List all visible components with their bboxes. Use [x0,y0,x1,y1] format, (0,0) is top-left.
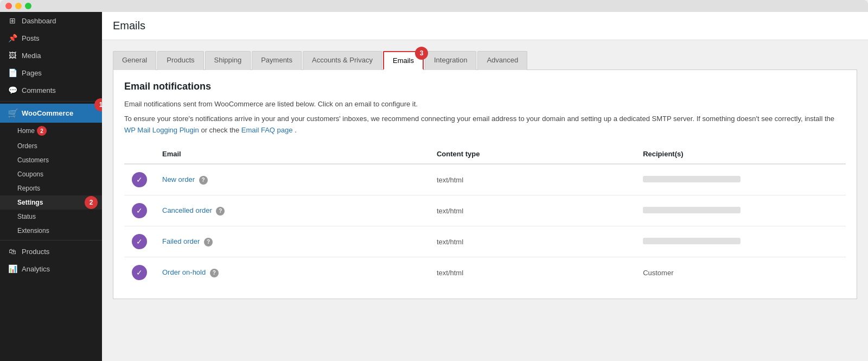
active-indicator [0,104,2,123]
sidebar-label-comments: Comments [22,86,56,94]
sidebar-label-analytics: Analytics [22,265,50,273]
enabled-check-order-onhold: ✓ [132,265,147,280]
submenu-item-customers[interactable]: Customers [0,153,102,167]
row-content-type-cancelled-order: text/html [429,195,635,226]
sidebar-label-dashboard: Dashboard [22,17,56,25]
tab-shipping[interactable]: Shipping [205,51,251,70]
email-table: Email Content type Recipient(s) ✓ [124,144,846,288]
media-icon: 🖼 [8,51,17,60]
tab-advanced[interactable]: Advanced [477,51,527,70]
tab-products-label: Products [167,56,194,64]
content-box: Email notifications Email notifications … [113,69,857,299]
sidebar-item-comments[interactable]: 💬 Comments [0,81,102,99]
sidebar: ⊞ Dashboard 📌 Posts 🖼 Media 📄 Pages 💬 Co… [0,12,102,361]
sidebar-item-media[interactable]: 🖼 Media [0,47,102,64]
desc4-text: . [295,126,297,134]
page-header: Emails [102,12,868,40]
posts-icon: 📌 [8,34,17,42]
help-icon-cancelled-order[interactable]: ? [216,207,225,216]
col-header-check [124,144,155,164]
email-link-new-order[interactable]: New order [162,175,195,183]
submenu-item-home[interactable]: Home 2 [0,123,102,139]
settings-step-badge: 2 [85,196,98,209]
tab-emails[interactable]: Emails 3 [383,51,424,70]
comments-icon: 💬 [8,86,17,94]
row-email-cancelled-order: Cancelled order ? [155,195,429,226]
submenu-label-extensions: Extensions [17,227,49,235]
submenu-item-status[interactable]: Status [0,210,102,224]
sidebar-label-posts: Posts [22,34,40,42]
tab-emails-label: Emails [393,56,414,65]
submenu-item-settings[interactable]: Settings 2 [0,195,102,210]
maximize-button[interactable] [25,3,31,9]
woocommerce-step-badge: 1 [94,98,102,111]
home-badge: 2 [37,126,47,136]
row-content-type-new-order: text/html [429,164,635,195]
table-row: ✓ Cancelled order ? text/html [124,195,846,226]
col-header-recipient: Recipient(s) [635,144,846,164]
row-check-cancelled-order: ✓ [124,195,155,226]
sidebar-item-pages[interactable]: 📄 Pages [0,64,102,81]
enabled-check-new-order: ✓ [132,172,147,187]
row-recipient-new-order [635,164,846,195]
email-faq-link[interactable]: Email FAQ page [241,126,293,134]
tab-products[interactable]: Products [157,51,203,70]
row-content-type-failed-order: text/html [429,226,635,257]
submenu-label-status: Status [17,213,36,220]
row-recipient-failed-order [635,226,846,257]
help-icon-new-order[interactable]: ? [199,176,208,185]
submenu-item-reports[interactable]: Reports [0,181,102,195]
recipient-blurred-cancelled-order [643,207,741,213]
row-email-order-onhold: Order on-hold ? [155,257,429,288]
wp-mail-logging-link[interactable]: WP Mail Logging Plugin [124,126,199,134]
enabled-check-failed-order: ✓ [132,234,147,249]
sidebar-label-pages: Pages [22,69,42,77]
main-content: Emails General Products Shipping Payment… [102,12,868,361]
submenu-label-orders: Orders [17,142,37,150]
tab-shipping-label: Shipping [214,56,242,64]
table-row: ✓ Order on-hold ? text/html Customer [124,257,846,288]
row-recipient-order-onhold: Customer [635,257,846,288]
sidebar-label-products: Products [22,248,49,256]
dashboard-icon: ⊞ [8,16,17,25]
submenu-label-settings: Settings [17,199,43,206]
sidebar-item-dashboard[interactable]: ⊞ Dashboard [0,12,102,29]
table-row: ✓ New order ? text/html [124,164,846,195]
sidebar-item-posts[interactable]: 📌 Posts [0,29,102,47]
tab-accounts-privacy[interactable]: Accounts & Privacy [303,51,382,70]
col-header-content-type: Content type [429,144,635,164]
tab-integration[interactable]: Integration [425,51,476,70]
help-icon-failed-order[interactable]: ? [204,238,213,246]
woocommerce-submenu: Home 2 Orders Customers Coupons Reports … [0,123,102,238]
help-icon-order-onhold[interactable]: ? [210,269,219,277]
recipient-blurred-new-order [643,176,741,182]
tab-advanced-label: Advanced [487,56,518,64]
page-title: Emails [113,20,857,32]
sidebar-item-analytics[interactable]: 📊 Analytics [0,260,102,277]
submenu-item-extensions[interactable]: Extensions [0,224,102,238]
minimize-button[interactable] [15,3,22,9]
content-area: Email notifications Email notifications … [102,69,868,310]
sidebar-item-woocommerce[interactable]: 🛒 WooCommerce 1 [0,104,102,123]
submenu-item-coupons[interactable]: Coupons [0,167,102,181]
window-chrome [0,0,868,12]
row-content-type-order-onhold: text/html [429,257,635,288]
sidebar-item-products[interactable]: 🛍 Products [0,243,102,260]
table-header-row: Email Content type Recipient(s) [124,144,846,164]
table-row: ✓ Failed order ? text/html [124,226,846,257]
row-check-failed-order: ✓ [124,226,155,257]
description-line2: To ensure your store's notifications arr… [124,113,846,136]
email-link-cancelled-order[interactable]: Cancelled order [162,206,212,214]
submenu-item-orders[interactable]: Orders [0,139,102,153]
section-title: Email notifications [124,81,846,92]
row-recipient-cancelled-order [635,195,846,226]
tab-general[interactable]: General [113,51,156,70]
close-button[interactable] [5,3,12,9]
enabled-check-cancelled-order: ✓ [132,203,147,218]
tabs-wrapper: General Products Shipping Payments Accou… [102,40,868,70]
email-link-order-onhold[interactable]: Order on-hold [162,268,206,276]
woocommerce-section: 🛒 WooCommerce 1 Home 2 Orders Customers … [0,104,102,238]
app-wrapper: ⊞ Dashboard 📌 Posts 🖼 Media 📄 Pages 💬 Co… [0,0,868,361]
tab-payments[interactable]: Payments [252,51,302,70]
email-link-failed-order[interactable]: Failed order [162,237,200,245]
